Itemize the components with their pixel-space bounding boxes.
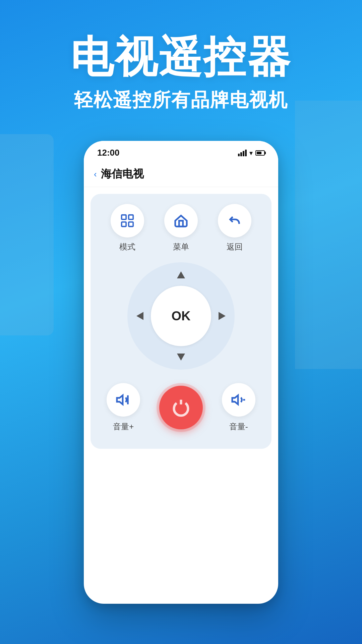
arrow-left-icon xyxy=(134,310,146,322)
arrow-up-icon xyxy=(175,269,187,281)
bottom-controls-row: 音量+ 音量- xyxy=(97,380,265,435)
svg-marker-4 xyxy=(177,271,185,278)
room-decoration-left xyxy=(0,134,54,335)
dpad-right-button[interactable] xyxy=(213,308,230,324)
ok-label: OK xyxy=(172,309,191,323)
status-time: 12:00 xyxy=(97,148,120,158)
status-icons: ▾ xyxy=(238,149,265,157)
main-title: 电视遥控器 xyxy=(20,34,342,81)
status-bar: 12:00 ▾ xyxy=(84,141,278,161)
home-icon xyxy=(173,213,189,228)
volume-up-circle[interactable] xyxy=(107,383,140,417)
wifi-icon: ▾ xyxy=(249,149,253,157)
svg-rect-0 xyxy=(122,215,126,219)
menu-button-circle[interactable] xyxy=(164,204,198,237)
power-icon xyxy=(172,398,190,417)
svg-rect-3 xyxy=(129,222,133,226)
volume-down-label: 音量- xyxy=(229,421,248,432)
svg-marker-8 xyxy=(117,395,123,405)
svg-rect-1 xyxy=(129,215,133,219)
signal-icon xyxy=(238,150,247,156)
dpad-left-button[interactable] xyxy=(132,308,149,324)
header-section: 电视遥控器 轻松遥控所有品牌电视机 xyxy=(0,20,362,113)
remote-control-area: 模式 菜单 返回 xyxy=(90,194,272,449)
volume-down-circle[interactable] xyxy=(222,383,255,417)
back-button-circle[interactable] xyxy=(218,204,251,237)
sub-title: 轻松遥控所有品牌电视机 xyxy=(20,88,342,113)
svg-rect-2 xyxy=(122,222,126,226)
dpad-down-button[interactable] xyxy=(173,348,189,365)
volume-down-icon xyxy=(231,392,246,408)
mode-button[interactable]: 模式 xyxy=(111,204,144,252)
mode-label: 模式 xyxy=(119,241,135,252)
svg-marker-7 xyxy=(219,312,226,320)
power-button[interactable] xyxy=(159,386,203,429)
back-label: 返回 xyxy=(227,241,243,252)
svg-marker-5 xyxy=(177,354,185,361)
dpad-up-button[interactable] xyxy=(173,267,189,284)
volume-up-label: 音量+ xyxy=(113,421,134,432)
svg-marker-10 xyxy=(232,395,238,405)
volume-down-button[interactable]: 音量- xyxy=(222,383,255,432)
back-button[interactable]: 返回 xyxy=(218,204,251,252)
arrow-right-icon xyxy=(216,310,228,322)
nav-bar: ‹ 海信电视 xyxy=(84,161,278,187)
mode-button-circle[interactable] xyxy=(111,204,144,237)
dpad: OK xyxy=(127,262,235,370)
top-buttons-row: 模式 菜单 返回 xyxy=(97,204,265,252)
menu-button[interactable]: 菜单 xyxy=(164,204,198,252)
back-icon xyxy=(227,213,242,228)
nav-title: 海信电视 xyxy=(101,167,144,181)
room-decoration-right xyxy=(295,101,362,369)
ok-button[interactable]: OK xyxy=(151,286,211,346)
battery-icon xyxy=(255,150,265,156)
back-arrow-icon[interactable]: ‹ xyxy=(94,169,97,179)
arrow-down-icon xyxy=(175,351,187,363)
mode-icon xyxy=(120,213,135,228)
volume-up-button[interactable]: 音量+ xyxy=(107,383,140,432)
svg-marker-6 xyxy=(136,312,143,320)
volume-up-icon xyxy=(116,392,131,408)
phone-mockup: 12:00 ▾ ‹ 海信电视 xyxy=(84,141,278,604)
menu-label: 菜单 xyxy=(173,241,189,252)
